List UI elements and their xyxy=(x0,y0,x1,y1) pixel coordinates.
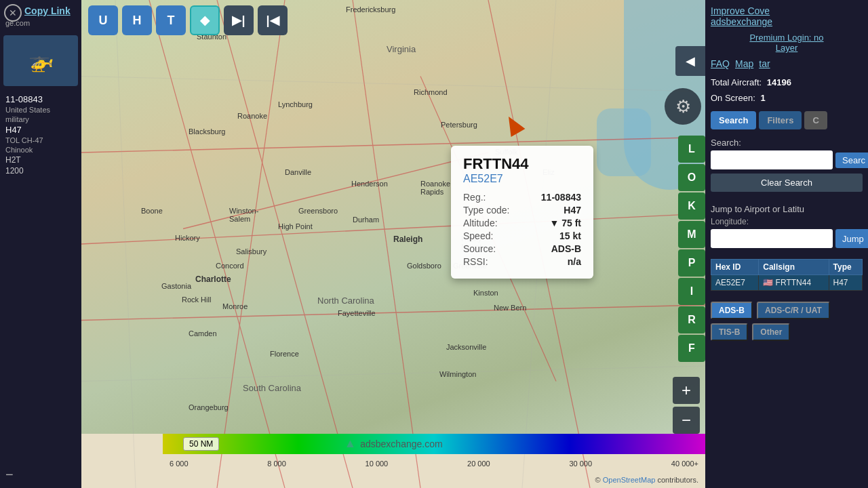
premium-login-text: Premium Login: no xyxy=(749,33,823,43)
nav-k[interactable]: K xyxy=(678,192,705,220)
adsbx-logo-text: adsbexchange.com xyxy=(360,439,442,449)
tag-adsc[interactable]: ADS-C/R / UAT xyxy=(757,302,830,319)
popup-reg-label: Reg.: xyxy=(463,192,486,203)
forward-icon: ▶| xyxy=(232,13,245,28)
left-type: H47 xyxy=(5,125,76,135)
nav-m[interactable]: M xyxy=(678,221,705,248)
col-hex: Hex ID xyxy=(711,260,759,275)
clear-search-button[interactable]: Clear Search xyxy=(711,174,863,192)
popup-alt-label: Altitude: xyxy=(463,218,498,228)
layers-icon: ◆ xyxy=(200,13,210,28)
tag-tisb[interactable]: TIS-B xyxy=(711,323,748,341)
zoom-out-button[interactable]: − xyxy=(673,407,700,434)
minus-icon: − xyxy=(5,467,14,482)
btn-h[interactable]: H xyxy=(122,5,152,35)
popup-type-value: H47 xyxy=(564,205,581,216)
flag-icon: 🇺🇸 xyxy=(763,278,773,287)
popup-alt-value: ▼ 75 ft xyxy=(549,218,581,228)
tab-link[interactable]: tar xyxy=(759,58,770,69)
gear-button[interactable]: ⚙ xyxy=(665,88,701,125)
popup-alt-row: Altitude: ▼ 75 ft xyxy=(463,218,581,228)
popup-rssi-label: RSSI: xyxy=(463,256,488,267)
table-header: Hex ID Callsign Type xyxy=(711,260,863,275)
scale-labels: 6 000 8 000 10 000 20 000 30 000 40 000+ xyxy=(163,460,705,468)
btn-forward[interactable]: ▶| xyxy=(224,5,254,35)
nav-i[interactable]: I xyxy=(678,278,705,305)
cell-callsign: 🇺🇸 FRTTN44 xyxy=(759,275,829,291)
search-go-button[interactable]: Searc xyxy=(835,152,868,168)
osm-link[interactable]: OpenStreetMap xyxy=(603,476,656,484)
total-aircraft-label: Total Aircraft: xyxy=(711,77,762,87)
jump-input[interactable] xyxy=(711,229,833,248)
on-screen-value: 1 xyxy=(760,93,765,103)
adsbx-logo-icon: ▲ xyxy=(344,436,356,451)
close-button[interactable]: ✕ xyxy=(4,4,22,22)
left-data: 11-08843 United States military H47 TOL … xyxy=(0,89,81,181)
popup-rssi-row: RSSI: n/a xyxy=(463,256,581,267)
premium-login-link[interactable]: Premium Login: no Layer xyxy=(711,33,863,53)
zoom-buttons: + − xyxy=(673,377,700,434)
adsbx-link-text: adsbexchange xyxy=(711,16,772,27)
left-name: Chinook xyxy=(5,146,76,154)
jump-label: Jump to Airport or Latitu xyxy=(711,204,863,214)
total-aircraft-stat: Total Aircraft: 14196 xyxy=(711,77,863,87)
btn-t[interactable]: T xyxy=(156,5,186,35)
popup-callsign[interactable]: FRTTN44 xyxy=(463,155,581,173)
on-screen-label: On Screen: xyxy=(711,93,755,103)
left-category: military xyxy=(5,115,76,123)
nav-l[interactable]: L xyxy=(678,136,705,163)
table-row[interactable]: AE52E7 🇺🇸 FRTTN44 H47 xyxy=(711,275,863,291)
improve-coverage-text: Improve Cove xyxy=(711,5,770,16)
on-screen-stat: On Screen: 1 xyxy=(711,93,863,103)
left-code: 1200 xyxy=(5,166,76,176)
search-row: Searc xyxy=(711,150,863,169)
search-label: Search: xyxy=(711,138,863,148)
left-reg: 11-08843 xyxy=(5,94,76,104)
jump-sublabel: Longitude: xyxy=(711,217,863,226)
nav-o[interactable]: O xyxy=(678,164,705,191)
nav-p[interactable]: P xyxy=(678,249,705,277)
popup-source-label: Source: xyxy=(463,243,496,254)
btn-rewind[interactable]: |◀ xyxy=(258,5,288,35)
layer-text: Layer xyxy=(776,43,798,53)
close-icon: ✕ xyxy=(9,7,17,18)
tab-search-button[interactable]: Search xyxy=(711,111,756,129)
scale-6k: 6 000 xyxy=(170,460,189,468)
side-nav: L O K M P I R F xyxy=(678,136,705,362)
search-input[interactable] xyxy=(711,150,833,169)
right-tabs: Search Filters C xyxy=(711,111,863,129)
jump-button[interactable]: Jump xyxy=(835,229,868,248)
map-area: Fredericksburg Staunton Virginia Richmon… xyxy=(81,0,705,488)
cell-hex: AE52E7 xyxy=(711,275,759,291)
back-button[interactable]: ◀ xyxy=(675,46,705,76)
popup-reg-value: 11-08843 xyxy=(541,192,581,203)
zoom-in-button[interactable]: + xyxy=(673,377,700,404)
popup-rssi-value: n/a xyxy=(568,256,581,267)
search-section: Search: Searc Clear Search xyxy=(711,138,863,196)
rewind-icon: |◀ xyxy=(266,13,279,28)
jump-section: Jump to Airport or Latitu Longitude: Jum… xyxy=(711,204,863,248)
right-links: FAQ Map tar xyxy=(711,58,863,69)
tag-adsb[interactable]: ADS-B xyxy=(711,302,753,319)
aircraft-thumbnail: 🚁 xyxy=(3,35,78,86)
right-panel: Improve Cove adsbexchange Premium Login:… xyxy=(705,0,868,488)
btn-u[interactable]: U xyxy=(88,5,118,35)
map-link[interactable]: Map xyxy=(735,58,753,69)
scale-8k: 8 000 xyxy=(267,460,286,468)
faq-link[interactable]: FAQ xyxy=(711,58,730,69)
improve-coverage-link[interactable]: Improve Cove adsbexchange xyxy=(711,5,863,27)
tag-other[interactable]: Other xyxy=(752,323,790,341)
btn-layers[interactable]: ◆ xyxy=(190,5,220,35)
table-body: AE52E7 🇺🇸 FRTTN44 H47 xyxy=(711,275,863,291)
col-callsign: Callsign xyxy=(759,260,829,275)
tab-c-button[interactable]: C xyxy=(804,111,827,129)
nav-f[interactable]: F xyxy=(678,335,705,362)
tab-filters-button[interactable]: Filters xyxy=(759,111,802,129)
attribution: © OpenStreetMap contributors. xyxy=(595,476,698,484)
left-squawk: H2T xyxy=(5,155,76,165)
scale-10k: 10 000 xyxy=(366,460,389,468)
alt-arrow: ▼ xyxy=(549,218,559,228)
popup-speed-row: Speed: 15 kt xyxy=(463,230,581,241)
nav-r[interactable]: R xyxy=(678,306,705,333)
popup-speed-label: Speed: xyxy=(463,230,493,241)
